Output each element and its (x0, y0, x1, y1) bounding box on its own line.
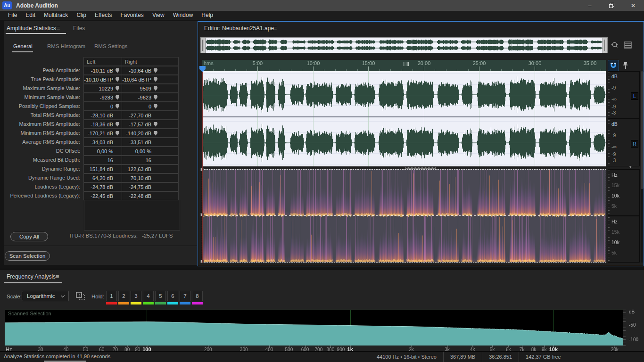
marker-pin-icon[interactable] (116, 122, 119, 127)
table-empty-area (84, 200, 180, 230)
menu-item-edit[interactable]: Edit (21, 11, 40, 20)
statistics-table: Left Right Peak Amplitude:-10,11 dB-10,6… (4, 57, 180, 230)
marker-pin-icon[interactable] (154, 86, 157, 91)
restore-button[interactable] (601, 0, 622, 11)
minimize-button[interactable]: – (579, 0, 601, 11)
tab-amplitude-statistics[interactable]: Amplitude Statistics (7, 25, 56, 32)
menu-item-effects[interactable]: Effects (91, 11, 116, 20)
tab-files[interactable]: Files (73, 25, 85, 32)
hold-button-2[interactable]: 2 (118, 291, 129, 301)
overview-strip[interactable] (200, 37, 608, 53)
stat-value-left: -9283 (83, 93, 122, 102)
spectral-display[interactable] (202, 170, 606, 262)
chevron-down-icon (61, 294, 65, 297)
copy-graph-icon[interactable] (75, 291, 86, 303)
overview-right-handle[interactable] (603, 38, 607, 53)
freq-panel-menu-icon[interactable]: ≡ (56, 273, 59, 280)
close-button[interactable]: ✕ (622, 0, 644, 11)
hold-button-3[interactable]: 3 (131, 291, 141, 301)
panel-divider (4, 246, 197, 246)
marker-pin-icon[interactable] (154, 104, 157, 109)
hold-button-4[interactable]: 4 (143, 291, 154, 301)
stat-value-right: 9509 (122, 84, 160, 93)
list-view-icon[interactable] (623, 41, 633, 50)
marker-pin-icon[interactable] (116, 131, 119, 136)
scan-selection-button[interactable]: Scan Selection (5, 251, 50, 261)
table-row: DC Offset:0,00 %0,00 % (4, 147, 180, 156)
spectral-selection[interactable] (202, 169, 606, 263)
amplitude-ruler-left: dB-9-∞-9-3 L (608, 71, 640, 119)
stat-value-left: 64,20 dB (83, 173, 122, 182)
table-row: Maximum Sample Value:102299509 (4, 84, 180, 93)
marker-pin-icon[interactable] (154, 77, 157, 82)
menu-item-favorites[interactable]: Favorites (116, 11, 148, 20)
editor-title[interactable]: Editor: Neubauten25A1.ape (204, 25, 274, 32)
channel-badge-right[interactable]: R (631, 140, 638, 148)
view-divider-grip[interactable] (405, 167, 436, 169)
freq-tab-underline (4, 282, 62, 283)
waveform-display[interactable] (202, 71, 606, 166)
frequency-analysis-chart[interactable] (4, 309, 639, 352)
stat-label: Measured Bit Depth: (4, 156, 84, 165)
stat-value-right: -140,20 dB (122, 129, 160, 138)
stat-value-left: 10229 (83, 84, 122, 93)
menu-item-file[interactable]: File (4, 11, 21, 20)
ruler-label: -∞ (611, 96, 617, 102)
marker-pin-icon[interactable] (116, 68, 119, 73)
active-inner-tab-underline (12, 51, 33, 52)
copy-all-button[interactable]: Copy All (10, 232, 48, 241)
ruler-label: 15k (611, 229, 619, 235)
stat-value-left: -22,45 dB (83, 191, 122, 200)
hold-color-swatch (167, 302, 178, 304)
menu-item-help[interactable]: Help (197, 11, 217, 20)
hold-button-8[interactable]: 8 (192, 291, 203, 301)
overview-waveform[interactable] (206, 38, 603, 53)
editor-scrollbar[interactable] (641, 71, 644, 263)
menu-item-clip[interactable]: Clip (72, 11, 91, 20)
chevron-down-icon[interactable]: ▾ (629, 165, 632, 169)
menu-item-window[interactable]: Window (169, 11, 198, 20)
marker-pin-icon[interactable] (116, 86, 119, 91)
zoom-navigate-icon[interactable] (610, 41, 619, 50)
overview-left-handle[interactable] (201, 38, 206, 53)
current-time-indicator[interactable] (202, 71, 203, 263)
scale-dropdown[interactable]: Logarithmic (22, 291, 69, 301)
stat-label: Perceived Loudness (Legacy): (4, 191, 84, 200)
tab-frequency-analysis[interactable]: Frequency Analysis (7, 273, 56, 280)
hold-button-1[interactable]: 1 (106, 291, 117, 301)
hold-button-6[interactable]: 6 (167, 291, 178, 301)
stat-value-right: -10,64 dBTP (122, 75, 160, 84)
marker-pin-icon[interactable] (116, 77, 119, 82)
editor-panel-menu-icon[interactable]: ≡ (273, 25, 277, 32)
marker-pin-icon[interactable] (116, 95, 119, 100)
tab-rms-settings[interactable]: RMS Settings (94, 43, 127, 49)
marker-pin-icon[interactable] (154, 95, 157, 100)
stat-label: Average RMS Amplitude: (4, 138, 84, 147)
timeline-ruler[interactable] (202, 60, 606, 72)
marker-pin-icon[interactable] (154, 68, 157, 73)
menu-item-multitrack[interactable]: Multitrack (40, 11, 72, 20)
marker-pin-tool-icon[interactable] (622, 61, 628, 72)
panel-menu-icon[interactable]: ≡ (57, 25, 60, 32)
tab-rms-histogram[interactable]: RMS Histogram (47, 43, 85, 49)
tab-general[interactable]: General (13, 43, 33, 49)
marker-pin-icon[interactable] (116, 104, 119, 109)
hold-buttons: 12345678 (106, 291, 204, 304)
hold-button-5[interactable]: 5 (155, 291, 166, 301)
stat-value-right: -24,75 dB (122, 182, 160, 191)
ruler-label: dB (611, 121, 618, 127)
menu-item-view[interactable]: View (148, 11, 169, 20)
table-row: Measured Bit Depth:1616 (4, 156, 180, 165)
marker-pin-icon[interactable] (154, 122, 157, 127)
status-free-space: 142,37 GB free (519, 352, 568, 362)
ruler-label: 10k (611, 193, 619, 198)
snap-toggle[interactable] (608, 60, 619, 71)
channel-badge-left[interactable]: L (631, 92, 638, 100)
hold-color-swatch (106, 302, 117, 304)
hold-button-7[interactable]: 7 (180, 291, 190, 301)
marker-pin-icon[interactable] (154, 131, 157, 136)
magnet-icon (610, 62, 617, 69)
ruler-label: -9 (611, 151, 616, 157)
status-bar: Analyze Statistics completed in 41,90 se… (0, 351, 644, 362)
stat-label: Minimum RMS Amplitude: (4, 129, 84, 138)
